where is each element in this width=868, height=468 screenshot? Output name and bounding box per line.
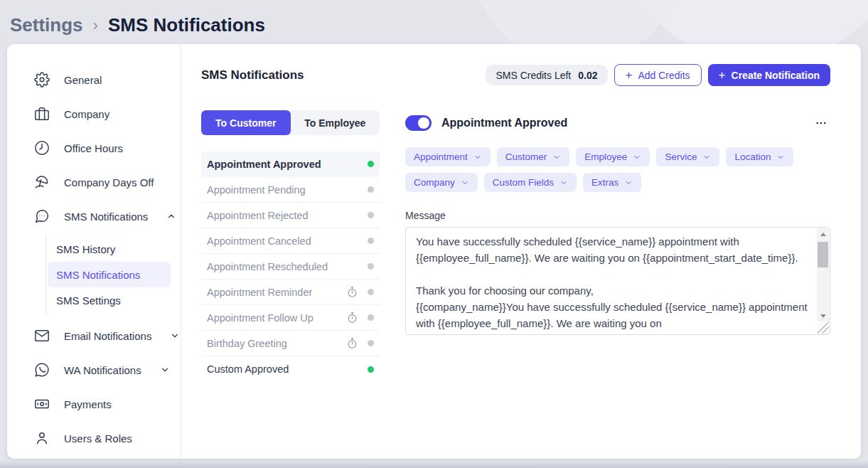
tab-to-employee[interactable]: To Employee	[291, 110, 380, 135]
beach-umbrella-icon	[34, 174, 50, 190]
notification-item-custom-approved[interactable]: Custom Approved	[201, 356, 380, 382]
stopwatch-icon	[346, 312, 358, 324]
chevron-down-icon	[559, 179, 568, 187]
chevron-down-icon	[776, 153, 785, 161]
panel-body: To Customer To Employee Appointment Appr…	[201, 110, 830, 382]
editor-header: Appointment Approved	[405, 110, 830, 135]
placeholder-chip-appointment[interactable]: Appointment	[405, 147, 491, 166]
sidebar-item-label: Office Hours	[64, 142, 123, 154]
chevron-down-icon	[461, 179, 469, 187]
scroll-up-arrow[interactable]	[817, 228, 829, 240]
sidebar-subitem-sms-settings[interactable]: SMS Settings	[48, 287, 171, 313]
sidebar-item-label: Users & Roles	[64, 432, 132, 445]
sidebar-item-wa-notifications[interactable]: WA Notifications	[7, 353, 181, 387]
sidebar-item-company-days-off[interactable]: Company Days Off	[7, 165, 181, 199]
chevron-down-icon	[702, 153, 711, 161]
sidebar-item-label: Email Notifications	[64, 330, 151, 342]
editor-title: Appointment Approved	[441, 117, 812, 129]
notification-item-appointment-rejected[interactable]: Appointment Rejected	[201, 203, 380, 228]
scroll-down-arrow[interactable]	[817, 310, 829, 321]
breadcrumb: Settings › SMS Notifications	[0, 0, 868, 41]
status-dot-on	[368, 366, 374, 373]
panel-header: SMS Notifications SMS Credits Left 0.02 …	[201, 64, 830, 86]
sidebar-item-label: General	[64, 74, 102, 86]
sidebar-item-general[interactable]: General	[7, 63, 181, 97]
sidebar-item-sms-notifications[interactable]: SMS Notifications	[7, 199, 181, 233]
status-dot-off	[368, 238, 374, 244]
sidebar-item-email-notifications[interactable]: Email Notifications	[7, 319, 181, 353]
status-dot-on	[368, 161, 374, 167]
placeholder-chip-company[interactable]: Company	[405, 173, 478, 192]
resize-grip[interactable]	[818, 322, 829, 334]
textarea-scrollbar[interactable]	[817, 228, 829, 321]
recipient-tabs: To Customer To Employee	[201, 110, 380, 135]
settings-card: General Company Office Hours Company Day…	[7, 44, 861, 459]
briefcase-icon	[34, 106, 50, 122]
message-text: You have successfully scheduled {{servic…	[406, 228, 816, 334]
chevron-down-icon	[473, 153, 482, 161]
status-dot-off	[368, 289, 374, 295]
placeholder-chip-service[interactable]: Service	[656, 147, 719, 166]
notification-list: Appointment Approved Appointment Pending…	[201, 151, 380, 382]
sidebar-item-label: Company	[64, 108, 109, 120]
notification-item-appointment-approved[interactable]: Appointment Approved	[201, 151, 380, 177]
whatsapp-icon	[34, 362, 50, 378]
chat-bubble-icon	[34, 208, 50, 224]
more-options-button[interactable]	[812, 114, 830, 132]
breadcrumb-separator: ›	[93, 15, 98, 35]
stopwatch-icon	[346, 286, 358, 298]
status-dot-off	[368, 263, 374, 270]
status-dot-off	[368, 340, 374, 346]
status-dot-off	[368, 186, 374, 193]
header-actions: SMS Credits Left 0.02 + Add Credits + Cr…	[486, 64, 830, 86]
sidebar-item-company[interactable]: Company	[7, 97, 181, 131]
sms-credits-badge: SMS Credits Left 0.02	[486, 65, 607, 85]
placeholder-chip-custom-fields[interactable]: Custom Fields	[484, 173, 577, 192]
placeholder-chip-location[interactable]: Location	[726, 147, 793, 166]
envelope-icon	[34, 328, 50, 344]
sms-notifications-panel: SMS Notifications SMS Credits Left 0.02 …	[181, 44, 861, 459]
placeholder-chip-customer[interactable]: Customer	[497, 147, 570, 166]
sidebar-item-label: Company Days Off	[64, 176, 154, 188]
clock-icon	[34, 140, 50, 156]
notification-item-appointment-rescheduled[interactable]: Appointment Rescheduled	[201, 254, 380, 280]
notification-list-column: To Customer To Employee Appointment Appr…	[201, 110, 380, 382]
sms-notifications-submenu: SMS History SMS Notifications SMS Settin…	[45, 235, 181, 314]
status-dot-off	[368, 314, 374, 321]
notification-enabled-toggle[interactable]	[405, 115, 432, 131]
plus-icon: +	[626, 69, 633, 81]
ellipsis-icon	[815, 117, 827, 129]
create-notification-button[interactable]: + Create Notification	[708, 64, 830, 86]
notification-item-appointment-pending[interactable]: Appointment Pending	[201, 177, 380, 203]
add-credits-button[interactable]: + Add Credits	[614, 64, 702, 86]
notification-item-appointment-canceled[interactable]: Appointment Canceled	[201, 228, 380, 254]
sidebar-item-label: Payments	[64, 398, 112, 410]
chevron-down-icon	[552, 153, 561, 161]
message-textarea[interactable]: You have successfully scheduled {{servic…	[405, 227, 830, 335]
settings-sidebar: General Company Office Hours Company Day…	[7, 44, 181, 459]
placeholder-chip-employee[interactable]: Employee	[576, 147, 650, 166]
user-icon	[34, 430, 50, 446]
page-bottom-edge	[0, 461, 868, 468]
sidebar-subitem-sms-history[interactable]: SMS History	[48, 236, 171, 262]
chevron-down-icon	[170, 331, 180, 341]
sidebar-item-office-hours[interactable]: Office Hours	[7, 131, 181, 165]
message-label: Message	[405, 210, 830, 221]
panel-title: SMS Notifications	[201, 68, 304, 83]
chevron-down-icon	[633, 153, 641, 161]
plus-icon: +	[719, 69, 726, 81]
page-title: SMS Notifications	[108, 14, 265, 36]
notification-item-appointment-follow-up[interactable]: Appointment Follow Up	[201, 305, 380, 331]
scrollbar-thumb[interactable]	[818, 242, 828, 267]
sidebar-item-label: WA Notifications	[64, 364, 141, 376]
sidebar-subitem-sms-notifications[interactable]: SMS Notifications	[48, 262, 171, 287]
notification-editor: Appointment Approved Appointment Custome…	[405, 110, 830, 382]
breadcrumb-settings-link[interactable]: Settings	[10, 14, 83, 36]
placeholder-chip-extras[interactable]: Extras	[583, 173, 641, 192]
sidebar-item-payments[interactable]: Payments	[7, 387, 181, 421]
sidebar-item-users-roles[interactable]: Users & Roles	[7, 421, 181, 455]
tab-to-customer[interactable]: To Customer	[201, 110, 291, 135]
notification-item-birthday-greeting[interactable]: Birthday Greeting	[201, 331, 380, 356]
notification-item-appointment-reminder[interactable]: Appointment Reminder	[201, 280, 380, 305]
banknote-icon	[34, 396, 50, 412]
